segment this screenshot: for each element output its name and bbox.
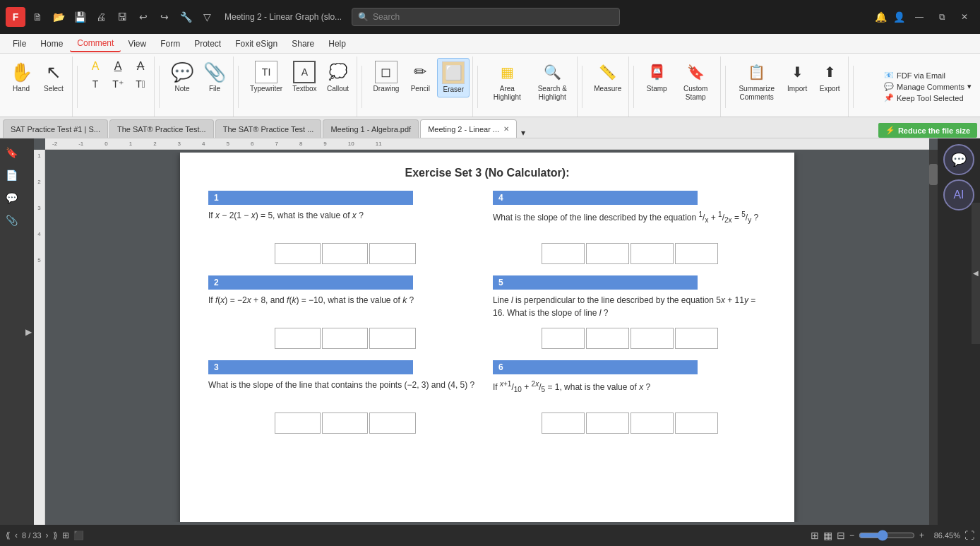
search-bar[interactable]: 🔍 Search [352, 8, 620, 26]
export-tool[interactable]: ⬆ Export [814, 58, 845, 96]
menu-help[interactable]: Help [321, 36, 353, 52]
underline-tool[interactable]: A [107, 58, 129, 75]
keep-tool-btn[interactable]: 📌 Keep Tool Selected [884, 93, 972, 102]
textbox-icon: A [293, 61, 316, 83]
fdf-icon: 📧 [884, 71, 894, 80]
problem-2-text: If f(x) = −2x + 8, and f(k) = −10, what … [208, 294, 482, 322]
save-icon[interactable]: 💾 [72, 9, 88, 25]
restore-btn[interactable]: ⧉ [932, 7, 952, 27]
zoom-in-btn[interactable]: + [919, 530, 924, 540]
answer-cell [369, 243, 415, 264]
minimize-btn[interactable]: — [909, 7, 929, 27]
close-btn[interactable]: ✕ [955, 7, 974, 27]
tab-sat3[interactable]: The SAT® Practice Test ... [215, 119, 322, 138]
note-icon: 💬 [171, 61, 193, 83]
collapse-sidebar-btn[interactable]: ▶ [23, 138, 34, 525]
import-tool[interactable]: ⬇ Import [782, 58, 813, 96]
menu-comment[interactable]: Comment [70, 35, 121, 52]
measure-tool[interactable]: 📏 Measure [590, 58, 626, 96]
menu-home[interactable]: Home [33, 36, 70, 52]
scrollbar-thumb[interactable] [929, 164, 938, 185]
menu-share[interactable]: Share [285, 36, 321, 52]
insert-text-tool[interactable]: T⃝ [130, 76, 151, 92]
pencil-tool[interactable]: ✏ Pencil [405, 58, 436, 96]
sep7 [633, 66, 634, 108]
sidebar-bookmark-icon[interactable]: 🔖 [3, 144, 20, 161]
tools-icon[interactable]: 🔧 [178, 9, 193, 25]
fdf-email-btn[interactable]: 📧 FDF via Email [884, 71, 972, 80]
zoom-out-btn[interactable]: − [849, 530, 854, 540]
tab-dropdown[interactable]: ▾ [521, 128, 525, 138]
export-label: Export [820, 85, 840, 93]
tab-meeting2[interactable]: Meeting 2 - Linear ... ✕ [420, 119, 517, 138]
scroll-btn[interactable]: ⊟ [837, 530, 845, 541]
zoom-slider[interactable] [859, 530, 915, 541]
tab-meeting1[interactable]: Meeting 1 - Algebra.pdf [323, 119, 419, 138]
squiggly-tool[interactable]: T [85, 76, 106, 92]
tab-close-icon[interactable]: ✕ [503, 125, 509, 133]
reduce-file-btn[interactable]: ⚡ Reduce the file size [878, 123, 977, 138]
note-tools: 💬 Note 📎 File [167, 58, 230, 115]
replace-tool[interactable]: T⁺ [107, 76, 129, 92]
search-highlight-tool[interactable]: 🔍 Search & Highlight [530, 58, 574, 105]
answer-cell [586, 328, 629, 349]
custom-stamp-label: Custom Stamp [678, 85, 713, 102]
account-icon[interactable]: 👤 [891, 9, 907, 25]
ai-chat-btn[interactable]: 💬 [943, 144, 974, 175]
save2-icon[interactable]: 🖫 [114, 9, 130, 25]
prev-page-btn[interactable]: ‹ [15, 530, 18, 540]
scrollbar-vertical[interactable] [929, 150, 938, 525]
notification-icon[interactable]: 🔔 [873, 9, 888, 25]
single-page-btn[interactable]: ⊞ [62, 530, 69, 540]
undo-icon[interactable]: ↩ [136, 9, 151, 25]
sidebar-comments-icon[interactable]: 💬 [3, 189, 20, 206]
menu-file[interactable]: File [6, 36, 33, 52]
tab-sat1[interactable]: SAT Practice Test #1 | S... [3, 119, 108, 138]
file-tool[interactable]: 📎 File [199, 58, 230, 96]
arrow-left-icon: ◀ [973, 269, 979, 277]
menu-form[interactable]: Form [153, 36, 187, 52]
print-icon[interactable]: 🖨 [93, 9, 109, 25]
strikethrough-tool[interactable]: A [130, 58, 151, 75]
single-view-btn[interactable]: ⊞ [811, 530, 819, 541]
hand-icon: ✋ [10, 61, 32, 83]
fullscreen-btn[interactable]: ⛶ [964, 530, 974, 541]
callout-tool[interactable]: 💭 Callout [323, 58, 354, 96]
hand-tool[interactable]: ✋ Hand [6, 58, 37, 96]
eraser-tool[interactable]: ⬜ Eraser [437, 58, 470, 97]
area-highlight-tool[interactable]: ▦ Area Highlight [485, 58, 529, 105]
tab-sat2[interactable]: The SAT® Practice Test... [109, 119, 214, 138]
stamp-tool[interactable]: 📮 Stamp [641, 58, 672, 96]
next-page-btn[interactable]: › [46, 530, 49, 540]
sidebar-pages-icon[interactable]: 📄 [3, 167, 20, 184]
dropdown-icon[interactable]: ▽ [199, 9, 215, 25]
menu-view[interactable]: View [121, 36, 153, 52]
zoom-percent: 86.45% [928, 531, 960, 540]
new-icon[interactable]: 🗎 [30, 9, 45, 25]
menu-foxit-esign[interactable]: Foxit eSign [228, 36, 285, 52]
answer-cell [631, 413, 674, 434]
right-collapse-btn[interactable]: ◀ [972, 203, 980, 344]
sidebar-attachments-icon[interactable]: 📎 [3, 212, 20, 229]
typewriter-tools: TI Typewriter A Textbox 💭 Callout [246, 58, 354, 115]
typewriter-tool[interactable]: TI Typewriter [246, 58, 287, 96]
two-page-btn[interactable]: ▦ [823, 530, 832, 541]
first-page-btn[interactable]: ⟪ [6, 530, 11, 540]
stamp-icon: 📮 [645, 61, 668, 83]
ai-assist-btn[interactable]: AI [943, 179, 974, 210]
drawing-tool[interactable]: ◻ Drawing [369, 58, 404, 96]
summarize-tool[interactable]: 📋 Summarize Comments [733, 58, 780, 105]
menu-protect[interactable]: Protect [187, 36, 228, 52]
answer-cell [322, 328, 368, 349]
facing-pages-btn[interactable]: ⬛ [73, 530, 84, 540]
note-tool[interactable]: 💬 Note [167, 58, 198, 96]
open-icon[interactable]: 📂 [51, 9, 66, 25]
last-page-btn[interactable]: ⟫ [53, 530, 58, 540]
select-tool[interactable]: ↖ Select [38, 58, 69, 96]
custom-stamp-tool[interactable]: 🔖 Custom Stamp [674, 58, 717, 105]
redo-icon[interactable]: ↪ [157, 9, 172, 25]
textbox-tool[interactable]: A Textbox [288, 58, 321, 96]
manage-comments-btn[interactable]: 💬 Manage Comments ▾ [884, 82, 972, 91]
problem-3-text: What is the slope of the line that conta… [208, 379, 482, 407]
highlight-tool[interactable]: A [85, 58, 106, 75]
